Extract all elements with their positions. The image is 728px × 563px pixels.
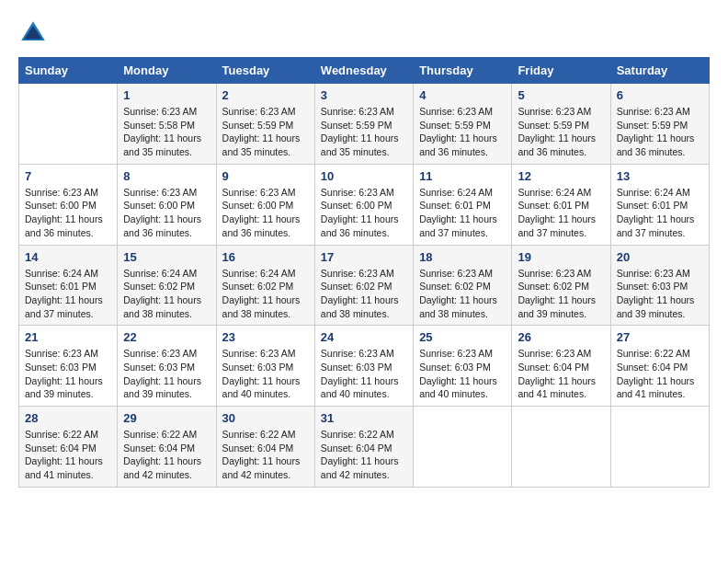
day-info: Sunrise: 6:23 AMSunset: 5:59 PMDaylight:… [321,105,407,159]
calendar-cell: 24Sunrise: 6:23 AMSunset: 6:03 PMDayligh… [314,326,413,407]
day-info: Sunrise: 6:23 AMSunset: 6:03 PMDaylight:… [419,347,506,401]
day-number: 22 [123,330,210,344]
calendar-cell: 8Sunrise: 6:23 AMSunset: 6:00 PMDaylight… [118,164,216,245]
day-number: 2 [222,88,309,102]
header-tuesday: Tuesday [216,58,314,84]
calendar-cell: 6Sunrise: 6:23 AMSunset: 5:59 PMDaylight… [610,84,709,165]
day-number: 3 [321,88,407,102]
day-info: Sunrise: 6:23 AMSunset: 6:02 PMDaylight:… [419,267,506,321]
day-number: 1 [123,88,210,102]
day-info: Sunrise: 6:24 AMSunset: 6:01 PMDaylight:… [518,186,604,240]
day-info: Sunrise: 6:23 AMSunset: 6:00 PMDaylight:… [222,186,309,240]
calendar-cell: 23Sunrise: 6:23 AMSunset: 6:03 PMDayligh… [216,326,314,407]
calendar-cell: 29Sunrise: 6:22 AMSunset: 6:04 PMDayligh… [118,407,216,488]
day-info: Sunrise: 6:23 AMSunset: 5:58 PMDaylight:… [123,105,210,159]
calendar-cell: 4Sunrise: 6:23 AMSunset: 5:59 PMDaylight… [414,84,512,165]
day-number: 24 [321,330,407,344]
day-number: 25 [419,330,506,344]
day-info: Sunrise: 6:24 AMSunset: 6:02 PMDaylight:… [222,267,309,321]
day-number: 18 [419,250,506,264]
day-info: Sunrise: 6:24 AMSunset: 6:01 PMDaylight:… [25,267,111,321]
day-number: 30 [222,411,309,425]
day-info: Sunrise: 6:22 AMSunset: 6:04 PMDaylight:… [123,428,210,482]
day-number: 10 [321,169,407,183]
calendar-cell: 5Sunrise: 6:23 AMSunset: 5:59 PMDaylight… [512,84,610,165]
day-info: Sunrise: 6:22 AMSunset: 6:04 PMDaylight:… [617,347,703,401]
day-number: 15 [123,250,210,264]
calendar-cell: 25Sunrise: 6:23 AMSunset: 6:03 PMDayligh… [414,326,512,407]
day-info: Sunrise: 6:24 AMSunset: 6:02 PMDaylight:… [123,267,210,321]
day-info: Sunrise: 6:23 AMSunset: 6:00 PMDaylight:… [321,186,407,240]
calendar-cell: 10Sunrise: 6:23 AMSunset: 6:00 PMDayligh… [314,164,413,245]
calendar-cell: 20Sunrise: 6:23 AMSunset: 6:03 PMDayligh… [610,245,709,326]
day-info: Sunrise: 6:24 AMSunset: 6:01 PMDaylight:… [419,186,506,240]
day-info: Sunrise: 6:23 AMSunset: 5:59 PMDaylight:… [222,105,309,159]
calendar-week-0: 1Sunrise: 6:23 AMSunset: 5:58 PMDaylight… [19,84,710,165]
calendar-cell: 11Sunrise: 6:24 AMSunset: 6:01 PMDayligh… [414,164,512,245]
day-info: Sunrise: 6:23 AMSunset: 6:02 PMDaylight:… [321,267,407,321]
calendar-cell: 7Sunrise: 6:23 AMSunset: 6:00 PMDaylight… [19,164,118,245]
calendar-cell: 13Sunrise: 6:24 AMSunset: 6:01 PMDayligh… [610,164,709,245]
header-sunday: Sunday [19,58,118,84]
calendar-table: SundayMondayTuesdayWednesdayThursdayFrid… [18,57,710,488]
calendar-cell: 2Sunrise: 6:23 AMSunset: 5:59 PMDaylight… [216,84,314,165]
calendar-cell [512,407,610,488]
calendar-week-3: 21Sunrise: 6:23 AMSunset: 6:03 PMDayligh… [19,326,710,407]
day-number: 19 [518,250,604,264]
calendar-cell [414,407,512,488]
day-number: 28 [25,411,111,425]
day-info: Sunrise: 6:23 AMSunset: 6:03 PMDaylight:… [222,347,309,401]
calendar-body: 1Sunrise: 6:23 AMSunset: 5:58 PMDaylight… [19,84,710,488]
header-wednesday: Wednesday [314,58,413,84]
day-info: Sunrise: 6:23 AMSunset: 5:59 PMDaylight:… [617,105,703,159]
day-info: Sunrise: 6:22 AMSunset: 6:04 PMDaylight:… [321,428,407,482]
day-info: Sunrise: 6:23 AMSunset: 6:04 PMDaylight:… [518,347,604,401]
day-number: 26 [518,330,604,344]
day-number: 11 [419,169,506,183]
day-number: 5 [518,88,604,102]
calendar-cell: 30Sunrise: 6:22 AMSunset: 6:04 PMDayligh… [216,407,314,488]
header-saturday: Saturday [610,58,709,84]
day-number: 16 [222,250,309,264]
calendar-cell: 26Sunrise: 6:23 AMSunset: 6:04 PMDayligh… [512,326,610,407]
calendar-cell: 27Sunrise: 6:22 AMSunset: 6:04 PMDayligh… [610,326,709,407]
day-number: 9 [222,169,309,183]
header-friday: Friday [512,58,610,84]
day-number: 4 [419,88,506,102]
calendar-cell: 12Sunrise: 6:24 AMSunset: 6:01 PMDayligh… [512,164,610,245]
calendar-cell: 9Sunrise: 6:23 AMSunset: 6:00 PMDaylight… [216,164,314,245]
header-thursday: Thursday [414,58,512,84]
day-number: 14 [25,250,111,264]
logo-icon [18,18,48,48]
calendar-week-4: 28Sunrise: 6:22 AMSunset: 6:04 PMDayligh… [19,407,710,488]
calendar-cell: 15Sunrise: 6:24 AMSunset: 6:02 PMDayligh… [118,245,216,326]
day-info: Sunrise: 6:23 AMSunset: 5:59 PMDaylight:… [518,105,604,159]
calendar-cell [19,84,118,165]
calendar-cell: 17Sunrise: 6:23 AMSunset: 6:02 PMDayligh… [314,245,413,326]
calendar-cell [610,407,709,488]
calendar-cell: 14Sunrise: 6:24 AMSunset: 6:01 PMDayligh… [19,245,118,326]
calendar-cell: 31Sunrise: 6:22 AMSunset: 6:04 PMDayligh… [314,407,413,488]
day-number: 13 [617,169,703,183]
day-number: 29 [123,411,210,425]
day-info: Sunrise: 6:23 AMSunset: 6:00 PMDaylight:… [25,186,111,240]
day-number: 20 [617,250,703,264]
day-info: Sunrise: 6:22 AMSunset: 6:04 PMDaylight:… [25,428,111,482]
day-info: Sunrise: 6:23 AMSunset: 6:03 PMDaylight:… [25,347,111,401]
logo [18,18,51,48]
calendar-cell: 18Sunrise: 6:23 AMSunset: 6:02 PMDayligh… [414,245,512,326]
header-monday: Monday [118,58,216,84]
calendar-cell: 28Sunrise: 6:22 AMSunset: 6:04 PMDayligh… [19,407,118,488]
calendar-cell: 22Sunrise: 6:23 AMSunset: 6:03 PMDayligh… [118,326,216,407]
day-number: 27 [617,330,703,344]
calendar-week-2: 14Sunrise: 6:24 AMSunset: 6:01 PMDayligh… [19,245,710,326]
day-number: 12 [518,169,604,183]
calendar-week-1: 7Sunrise: 6:23 AMSunset: 6:00 PMDaylight… [19,164,710,245]
day-number: 31 [321,411,407,425]
day-info: Sunrise: 6:23 AMSunset: 6:03 PMDaylight:… [123,347,210,401]
calendar-cell: 19Sunrise: 6:23 AMSunset: 6:02 PMDayligh… [512,245,610,326]
day-number: 6 [617,88,703,102]
calendar-cell: 1Sunrise: 6:23 AMSunset: 5:58 PMDaylight… [118,84,216,165]
calendar-cell: 16Sunrise: 6:24 AMSunset: 6:02 PMDayligh… [216,245,314,326]
day-info: Sunrise: 6:23 AMSunset: 6:00 PMDaylight:… [123,186,210,240]
